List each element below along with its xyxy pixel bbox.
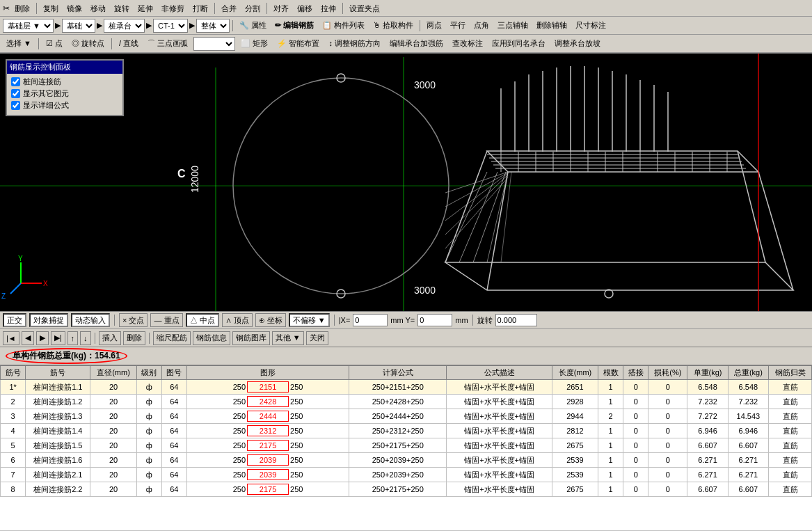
btn-merge[interactable]: 合并 xyxy=(218,1,240,15)
btn-arc[interactable]: ⌒ 三点画弧 xyxy=(144,37,191,51)
id-select[interactable]: CT-1 xyxy=(153,19,188,33)
btn-prev[interactable]: ◀ xyxy=(22,331,34,345)
btn-rotate[interactable]: 旋转 xyxy=(111,1,133,15)
btn-stretch[interactable]: 拉伸 xyxy=(317,1,340,15)
cell-shape: 250 2151 250 xyxy=(186,380,349,395)
btn-delete[interactable]: 删除 xyxy=(11,1,33,15)
th-length: 长度(mm) xyxy=(552,366,598,380)
th-grade: 级别 xyxy=(136,366,161,380)
rotate-input[interactable] xyxy=(495,314,537,326)
btn-table-delete[interactable]: 删除 xyxy=(123,331,145,345)
btn-snap[interactable]: 对象捕捉 xyxy=(29,313,68,327)
btn-scale-rebar[interactable]: 缩尺配筋 xyxy=(153,331,191,345)
btn-apply-same[interactable]: 应用到同名承台 xyxy=(488,37,549,51)
sep6 xyxy=(420,20,420,31)
svg-line-62 xyxy=(10,283,21,294)
btn-select[interactable]: 选择 ▼ xyxy=(3,37,35,51)
btn-property[interactable]: 🔧 属性 xyxy=(236,19,270,33)
btn-three-point-axis[interactable]: 三点辅轴 xyxy=(494,19,532,33)
table-row[interactable]: 4 桩间连接筋1.4 20 ф 64 250 2312 250 250+2312… xyxy=(1,424,812,438)
cell-desc: 锚固+水平长度+锚固 xyxy=(447,438,552,453)
btn-down[interactable]: ↓ xyxy=(80,331,91,345)
btn-two-point[interactable]: 两点 xyxy=(423,19,445,33)
cell-id: 7 xyxy=(1,468,26,482)
table-row[interactable]: 2 桩间连接筋1.2 20 ф 64 250 2428 250 250+2428… xyxy=(1,395,812,409)
line-type-select[interactable] xyxy=(193,37,235,51)
type-select[interactable]: 桩承台 xyxy=(104,19,145,33)
btn-setpoint[interactable]: 设置夹点 xyxy=(346,1,383,15)
btn-first[interactable]: |◄ xyxy=(3,331,19,345)
cell-grade: ф xyxy=(136,482,161,497)
btn-pick-component[interactable]: 🖱 拾取构件 xyxy=(369,19,417,33)
checkbox-pile-rebar[interactable] xyxy=(11,77,20,86)
btn-extend[interactable]: 延伸 xyxy=(134,1,157,15)
btn-midpoint2[interactable]: — 重点 xyxy=(150,313,182,327)
y-input[interactable] xyxy=(417,314,452,326)
btn-component-list[interactable]: 📋 构件列表 xyxy=(319,19,368,33)
btn-last[interactable]: ▶| xyxy=(51,331,65,345)
btn-rotate-point[interactable]: ◎ 旋转点 xyxy=(68,37,108,51)
main-canvas[interactable]: 3000 12000 3000 C xyxy=(0,54,812,311)
table-row[interactable]: 6 桩间连接筋1.6 20 ф 64 250 2039 250 250+2039… xyxy=(1,453,812,468)
btn-next[interactable]: ▶ xyxy=(36,331,49,345)
btn-edit-strongrib[interactable]: 编辑承台加强筋 xyxy=(386,37,447,51)
cell-shape: 250 2039 250 xyxy=(186,453,349,468)
btn-orthogonal[interactable]: 正交 xyxy=(3,313,26,327)
btn-split[interactable]: 分割 xyxy=(241,1,264,15)
btn-point-angle[interactable]: 点角 xyxy=(470,19,493,33)
table-row[interactable]: 3 桩间连接筋1.3 20 ф 64 250 2444 250 250+2444… xyxy=(1,409,812,424)
btn-adjust-direction[interactable]: ↕ 调整钢筋方向 xyxy=(325,37,384,51)
svg-text:Z: Z xyxy=(1,292,6,300)
btn-copy[interactable]: 复制 xyxy=(40,1,62,15)
btn-no-offset[interactable]: 不偏移 ▼ xyxy=(289,313,330,327)
mode-select[interactable]: 整体 xyxy=(196,19,230,33)
btn-up[interactable]: ↑ xyxy=(67,331,79,345)
weight-info: 单构件钢筋总重(kg)：154.61 xyxy=(6,348,127,364)
x-input[interactable] xyxy=(353,314,388,326)
btn-delete-axis[interactable]: 删除辅轴 xyxy=(533,19,571,33)
cell-diameter: 20 xyxy=(90,468,136,482)
btn-point[interactable]: ☑ 点 xyxy=(42,37,66,51)
btn-coordinate[interactable]: ⊕ 坐标 xyxy=(255,313,286,327)
btn-move[interactable]: 移动 xyxy=(87,1,109,15)
cell-category: 直筋 xyxy=(769,409,812,424)
btn-dynamic-input[interactable]: 动态输入 xyxy=(71,313,110,327)
cell-lap: 0 xyxy=(623,409,648,424)
btn-vertex[interactable]: ∧ 顶点 xyxy=(222,313,253,327)
table-row[interactable]: 5 桩间连接筋1.5 20 ф 64 250 2175 250 250+2175… xyxy=(1,438,812,453)
cell-formula: 250+2039+250 xyxy=(349,468,447,482)
btn-rebar-lib[interactable]: 钢筋图库 xyxy=(232,331,270,345)
btn-line[interactable]: / 直线 xyxy=(116,37,142,51)
table-row[interactable]: 1* 桩间连接筋1.1 20 ф 64 250 2151 250 250+215… xyxy=(1,380,812,395)
btn-align[interactable]: 对齐 xyxy=(270,1,292,15)
btn-rebar-info[interactable]: 钢筋信息 xyxy=(193,331,230,345)
btn-rect[interactable]: ⬜ 矩形 xyxy=(237,37,271,51)
cell-desc: 锚固+水平长度+锚固 xyxy=(447,424,552,438)
btn-smart-layout[interactable]: ⚡ 智能布置 xyxy=(273,37,323,51)
btn-dimension[interactable]: 尺寸标注 xyxy=(572,19,610,33)
btn-notrim[interactable]: 非修剪 xyxy=(158,1,188,15)
btn-edit-rebar[interactable]: ✏ 编辑钢筋 xyxy=(271,19,317,33)
cell-name: 桩间连接筋1.5 xyxy=(26,438,90,453)
data-table-container[interactable]: 筋号 筋号 直径(mm) 级别 图号 图形 计算公式 公式描述 长度(mm) 根… xyxy=(0,365,812,530)
btn-close[interactable]: 关闭 xyxy=(306,331,328,345)
btn-insert[interactable]: 插入 xyxy=(99,331,121,345)
btn-adjust-slope[interactable]: 调整承台放坡 xyxy=(551,37,604,51)
table-row[interactable]: 8 桩间连接筋2.2 20 ф 64 250 2175 250 250+2175… xyxy=(1,482,812,497)
checkbox-formula[interactable] xyxy=(11,101,20,110)
cell-loss: 0 xyxy=(648,468,687,482)
btn-midpoint[interactable]: △ 中点 xyxy=(186,313,219,327)
btn-break[interactable]: 打断 xyxy=(189,1,212,15)
btn-offset[interactable]: 偏移 xyxy=(294,1,316,15)
cell-shape-num: 64 xyxy=(161,380,186,395)
btn-parallel[interactable]: 平行 xyxy=(447,19,469,33)
sublayer-select[interactable]: 基础 xyxy=(62,19,95,33)
layer-select[interactable]: 基础层 ▼ xyxy=(3,19,54,33)
table-row[interactable]: 7 桩间连接筋2.1 20 ф 64 250 2039 250 250+2039… xyxy=(1,468,812,482)
checkbox-other-elem[interactable] xyxy=(11,89,20,98)
btn-other[interactable]: 其他 ▼ xyxy=(272,331,304,345)
btn-mirror[interactable]: 镜像 xyxy=(63,1,86,15)
btn-intersection[interactable]: × 交点 xyxy=(119,313,148,327)
btn-check-mark[interactable]: 查改标注 xyxy=(449,37,486,51)
cell-total-weight: 14.543 xyxy=(728,409,768,424)
